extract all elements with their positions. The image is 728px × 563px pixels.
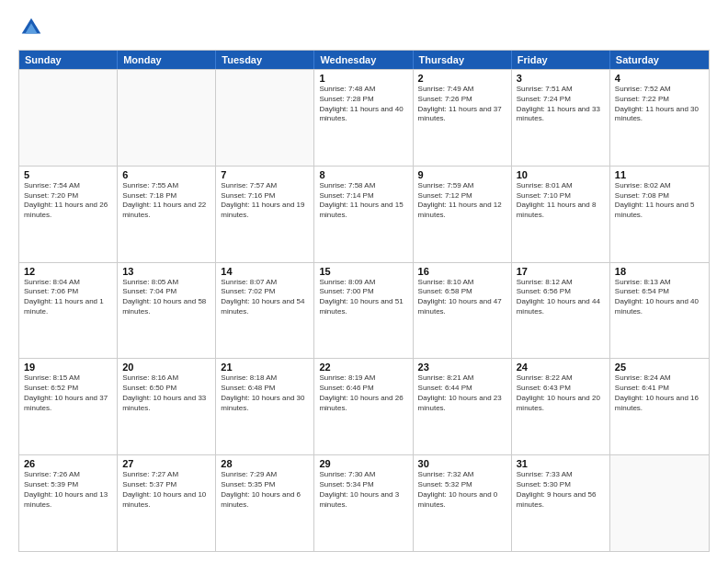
cell-info: Sunrise: 8:13 AM Sunset: 6:54 PM Dayligh…	[615, 278, 704, 317]
cell-info: Sunrise: 8:10 AM Sunset: 6:58 PM Dayligh…	[418, 278, 506, 317]
calendar-cell: 11Sunrise: 8:02 AM Sunset: 7:08 PM Dayli…	[610, 167, 709, 262]
calendar-row: 1Sunrise: 7:48 AM Sunset: 7:28 PM Daylig…	[19, 69, 709, 166]
calendar-cell: 12Sunrise: 8:04 AM Sunset: 7:06 PM Dayli…	[19, 263, 118, 359]
weekday-header: Sunday	[19, 51, 118, 69]
day-number: 31	[517, 458, 605, 469]
cell-info: Sunrise: 8:16 AM Sunset: 6:50 PM Dayligh…	[122, 373, 210, 413]
calendar-cell: 6Sunrise: 7:55 AM Sunset: 7:18 PM Daylig…	[118, 167, 216, 262]
calendar-cell: 27Sunrise: 7:27 AM Sunset: 5:37 PM Dayli…	[118, 455, 216, 551]
calendar: SundayMondayTuesdayWednesdayThursdayFrid…	[18, 50, 710, 552]
day-number: 21	[221, 362, 309, 373]
day-number: 8	[319, 169, 407, 180]
cell-info: Sunrise: 7:27 AM Sunset: 5:37 PM Dayligh…	[122, 470, 210, 510]
day-number: 14	[221, 266, 309, 277]
cell-info: Sunrise: 8:05 AM Sunset: 7:04 PM Dayligh…	[122, 278, 210, 317]
calendar-cell	[19, 70, 118, 166]
day-number: 25	[615, 362, 704, 373]
calendar-cell	[118, 70, 216, 166]
calendar-cell: 22Sunrise: 8:19 AM Sunset: 6:46 PM Dayli…	[314, 359, 413, 454]
cell-info: Sunrise: 7:51 AM Sunset: 7:24 PM Dayligh…	[517, 85, 605, 124]
day-number: 24	[517, 362, 605, 373]
cell-info: Sunrise: 8:07 AM Sunset: 7:02 PM Dayligh…	[221, 278, 309, 317]
calendar-cell: 13Sunrise: 8:05 AM Sunset: 7:04 PM Dayli…	[118, 263, 216, 359]
cell-info: Sunrise: 8:22 AM Sunset: 6:43 PM Dayligh…	[517, 373, 605, 413]
calendar-cell: 31Sunrise: 7:33 AM Sunset: 5:30 PM Dayli…	[512, 455, 610, 551]
calendar-cell: 16Sunrise: 8:10 AM Sunset: 6:58 PM Dayli…	[414, 263, 512, 359]
calendar-cell: 14Sunrise: 8:07 AM Sunset: 7:02 PM Dayli…	[216, 263, 314, 359]
calendar-cell: 21Sunrise: 8:18 AM Sunset: 6:48 PM Dayli…	[216, 359, 314, 454]
day-number: 9	[418, 169, 506, 180]
cell-info: Sunrise: 7:54 AM Sunset: 7:20 PM Dayligh…	[24, 181, 112, 221]
cell-info: Sunrise: 8:15 AM Sunset: 6:52 PM Dayligh…	[24, 373, 112, 413]
weekday-header: Thursday	[414, 51, 512, 69]
calendar-cell: 24Sunrise: 8:22 AM Sunset: 6:43 PM Dayli…	[512, 359, 610, 454]
logo	[18, 15, 48, 40]
weekday-header: Friday	[512, 51, 610, 69]
day-number: 18	[615, 266, 704, 277]
calendar-row: 12Sunrise: 8:04 AM Sunset: 7:06 PM Dayli…	[19, 262, 709, 359]
day-number: 26	[24, 458, 112, 469]
calendar-cell: 2Sunrise: 7:49 AM Sunset: 7:26 PM Daylig…	[414, 70, 512, 166]
calendar-row: 5Sunrise: 7:54 AM Sunset: 7:20 PM Daylig…	[19, 166, 709, 262]
day-number: 1	[319, 73, 407, 84]
cell-info: Sunrise: 8:09 AM Sunset: 7:00 PM Dayligh…	[319, 278, 407, 317]
calendar-cell: 19Sunrise: 8:15 AM Sunset: 6:52 PM Dayli…	[19, 359, 118, 454]
cell-info: Sunrise: 8:24 AM Sunset: 6:41 PM Dayligh…	[615, 373, 704, 413]
calendar-cell: 4Sunrise: 7:52 AM Sunset: 7:22 PM Daylig…	[610, 70, 709, 166]
day-number: 28	[221, 458, 309, 469]
calendar-cell: 3Sunrise: 7:51 AM Sunset: 7:24 PM Daylig…	[512, 70, 610, 166]
cell-info: Sunrise: 7:57 AM Sunset: 7:16 PM Dayligh…	[221, 181, 309, 221]
calendar-header: SundayMondayTuesdayWednesdayThursdayFrid…	[19, 51, 709, 69]
cell-info: Sunrise: 7:30 AM Sunset: 5:34 PM Dayligh…	[319, 470, 407, 510]
weekday-header: Tuesday	[216, 51, 314, 69]
calendar-cell: 5Sunrise: 7:54 AM Sunset: 7:20 PM Daylig…	[19, 167, 118, 262]
weekday-header: Saturday	[610, 51, 709, 69]
cell-info: Sunrise: 8:19 AM Sunset: 6:46 PM Dayligh…	[319, 373, 407, 413]
cell-info: Sunrise: 7:59 AM Sunset: 7:12 PM Dayligh…	[418, 181, 506, 221]
day-number: 12	[24, 266, 112, 277]
day-number: 7	[221, 169, 309, 180]
calendar-cell: 17Sunrise: 8:12 AM Sunset: 6:56 PM Dayli…	[512, 263, 610, 359]
calendar-cell: 10Sunrise: 8:01 AM Sunset: 7:10 PM Dayli…	[512, 167, 610, 262]
cell-info: Sunrise: 7:29 AM Sunset: 5:35 PM Dayligh…	[221, 470, 309, 510]
day-number: 4	[615, 73, 704, 84]
day-number: 10	[517, 169, 605, 180]
cell-info: Sunrise: 7:33 AM Sunset: 5:30 PM Dayligh…	[517, 470, 605, 510]
calendar-cell: 18Sunrise: 8:13 AM Sunset: 6:54 PM Dayli…	[610, 263, 709, 359]
calendar-cell: 7Sunrise: 7:57 AM Sunset: 7:16 PM Daylig…	[216, 167, 314, 262]
cell-info: Sunrise: 7:49 AM Sunset: 7:26 PM Dayligh…	[418, 85, 506, 124]
day-number: 17	[517, 266, 605, 277]
day-number: 15	[319, 266, 407, 277]
calendar-cell: 9Sunrise: 7:59 AM Sunset: 7:12 PM Daylig…	[414, 167, 512, 262]
cell-info: Sunrise: 8:01 AM Sunset: 7:10 PM Dayligh…	[517, 181, 605, 221]
calendar-cell	[610, 455, 709, 551]
calendar-cell: 23Sunrise: 8:21 AM Sunset: 6:44 PM Dayli…	[414, 359, 512, 454]
day-number: 22	[319, 362, 407, 373]
day-number: 2	[418, 73, 506, 84]
cell-info: Sunrise: 7:48 AM Sunset: 7:28 PM Dayligh…	[319, 85, 407, 124]
calendar-cell: 20Sunrise: 8:16 AM Sunset: 6:50 PM Dayli…	[118, 359, 216, 454]
calendar-cell: 1Sunrise: 7:48 AM Sunset: 7:28 PM Daylig…	[314, 70, 413, 166]
calendar-cell: 26Sunrise: 7:26 AM Sunset: 5:39 PM Dayli…	[19, 455, 118, 551]
calendar-cell: 8Sunrise: 7:58 AM Sunset: 7:14 PM Daylig…	[314, 167, 413, 262]
cell-info: Sunrise: 7:52 AM Sunset: 7:22 PM Dayligh…	[615, 85, 704, 124]
calendar-row: 26Sunrise: 7:26 AM Sunset: 5:39 PM Dayli…	[19, 454, 709, 551]
calendar-cell: 28Sunrise: 7:29 AM Sunset: 5:35 PM Dayli…	[216, 455, 314, 551]
day-number: 13	[122, 266, 210, 277]
day-number: 30	[418, 458, 506, 469]
day-number: 11	[615, 169, 704, 180]
cell-info: Sunrise: 7:32 AM Sunset: 5:32 PM Dayligh…	[418, 470, 506, 510]
calendar-cell: 15Sunrise: 8:09 AM Sunset: 7:00 PM Dayli…	[314, 263, 413, 359]
day-number: 5	[24, 169, 112, 180]
calendar-cell: 25Sunrise: 8:24 AM Sunset: 6:41 PM Dayli…	[610, 359, 709, 454]
day-number: 6	[122, 169, 210, 180]
cell-info: Sunrise: 7:58 AM Sunset: 7:14 PM Dayligh…	[319, 181, 407, 221]
day-number: 16	[418, 266, 506, 277]
weekday-header: Monday	[118, 51, 216, 69]
weekday-header: Wednesday	[314, 51, 413, 69]
cell-info: Sunrise: 8:02 AM Sunset: 7:08 PM Dayligh…	[615, 181, 704, 221]
logo-icon	[18, 15, 44, 40]
cell-info: Sunrise: 8:18 AM Sunset: 6:48 PM Dayligh…	[221, 373, 309, 413]
day-number: 27	[122, 458, 210, 469]
day-number: 3	[517, 73, 605, 84]
